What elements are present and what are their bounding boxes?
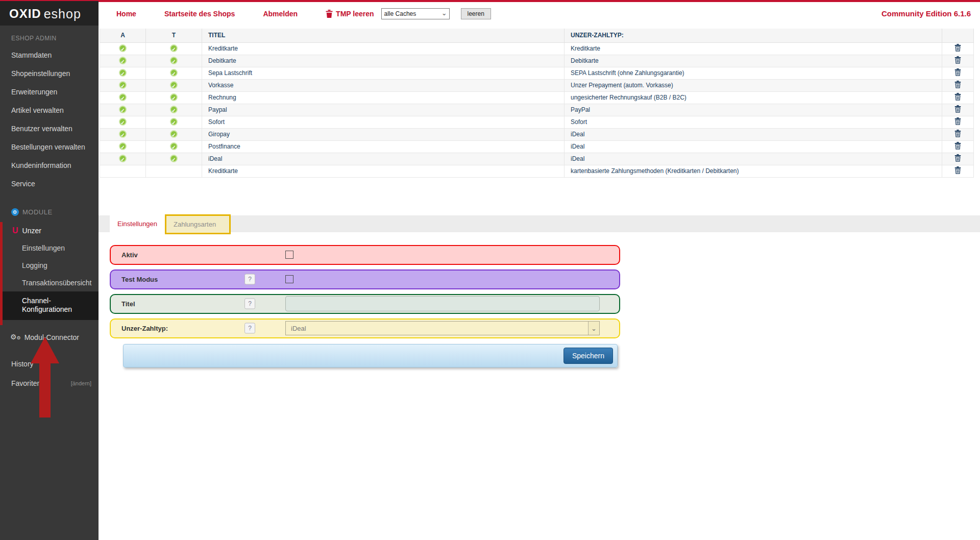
titel-cell[interactable]: Vorkasse (202, 79, 565, 91)
test-check-icon[interactable]: ✓ (170, 44, 178, 52)
delete-row-button[interactable] (954, 166, 961, 174)
active-check-icon[interactable]: ✓ (119, 118, 127, 126)
table-row[interactable]: ✓ ✓ Paypal PayPal (100, 104, 974, 116)
sidebar-item-kundeninformation[interactable]: Kundeninformation (0, 156, 99, 175)
unzer-zahltyp-select[interactable]: iDeal ⌄ (285, 321, 600, 335)
sidebar-item-logging[interactable]: Logging (3, 257, 99, 274)
header-test: T (146, 29, 202, 42)
sidebar-item-artikel-verwalten[interactable]: Artikel verwalten (0, 101, 99, 119)
test-check-icon[interactable]: ✓ (170, 57, 178, 64)
logo-text-oxid: OXID (9, 7, 41, 21)
delete-row-button[interactable] (954, 81, 961, 88)
tab-einstellungen[interactable]: Einstellungen (110, 215, 165, 232)
test-check-icon[interactable]: ✓ (170, 155, 178, 162)
active-check-icon[interactable]: ✓ (119, 142, 127, 150)
sidebar-item-service[interactable]: Service (0, 175, 99, 193)
trash-red-icon (326, 10, 333, 18)
table-row[interactable]: ✓ ✓ Sepa Lastschrift SEPA Lastschrift (o… (100, 67, 974, 79)
sidebar-item-history[interactable]: History (0, 354, 99, 373)
delete-row-button[interactable] (954, 117, 961, 125)
zahltyp-cell: Kreditkarte (565, 42, 942, 55)
test-check-icon[interactable]: ✓ (170, 142, 178, 150)
sidebar-item-favoriten[interactable]: Favoriten [ändern] (0, 373, 99, 392)
delete-row-button[interactable] (954, 68, 961, 76)
test-modus-help-button[interactable]: ? (244, 274, 255, 285)
table-row[interactable]: ✓ ✓ Debitkarte Debitkarte (100, 55, 974, 67)
speichern-button[interactable]: Speichern (564, 348, 613, 364)
table-row[interactable]: ✓ ✓ Rechnung ungesicherter Rechnungskauf… (100, 91, 974, 104)
titel-input[interactable] (285, 296, 600, 311)
active-check-icon[interactable]: ✓ (119, 130, 127, 138)
module-section-label: MODULE (22, 208, 53, 216)
delete-row-button[interactable] (954, 130, 961, 137)
form-row-aktiv: Aktiv (110, 245, 620, 265)
aktiv-checkbox[interactable] (285, 251, 293, 259)
unzer-zahltyp-help-button[interactable]: ? (244, 323, 255, 334)
tmp-leeren-link[interactable]: TMP leeren (336, 10, 374, 18)
titel-help-button[interactable]: ? (244, 299, 255, 309)
favoriten-aendern-link[interactable]: [ändern] (71, 380, 91, 386)
titel-cell[interactable]: Giropay (202, 128, 565, 140)
sidebar-item-channel-konfigurationen[interactable]: Channel- Konfigurationen (3, 291, 99, 320)
table-row[interactable]: ✓ ✓ Sofort Sofort (100, 116, 974, 128)
titel-cell[interactable]: Kreditkarte (202, 42, 565, 55)
titel-cell[interactable]: Sofort (202, 116, 565, 128)
test-cell (146, 165, 202, 177)
titel-cell[interactable]: iDeal (202, 153, 565, 165)
delete-row-button[interactable] (954, 142, 961, 150)
test-check-icon[interactable]: ✓ (170, 69, 178, 77)
table-row[interactable]: ✓ ✓ Kreditkarte Kreditkarte (100, 42, 974, 55)
sidebar-item-bestellungen-verwalten[interactable]: Bestellungen verwalten (0, 138, 99, 156)
test-check-icon[interactable]: ✓ (170, 106, 178, 113)
active-check-icon[interactable]: ✓ (119, 57, 127, 64)
header-unzer-zahltyp[interactable]: UNZER-ZAHLTYP: (565, 29, 942, 42)
table-row[interactable]: ✓ ✓ Vorkasse Unzer Prepayment (autom. Vo… (100, 79, 974, 91)
active-check-icon[interactable]: ✓ (119, 44, 127, 52)
active-cell (100, 165, 146, 177)
tab-zahlungsarten[interactable]: Zahlungsarten (166, 216, 229, 233)
active-check-icon[interactable]: ✓ (119, 93, 127, 101)
modul-connector-label: Modul-Connector (24, 333, 79, 341)
table-row[interactable]: ✓ ✓ Postfinance iDeal (100, 140, 974, 153)
titel-cell[interactable]: Sepa Lastschrift (202, 67, 565, 79)
titel-cell[interactable]: Rechnung (202, 91, 565, 104)
active-check-icon[interactable]: ✓ (119, 69, 127, 77)
header-titel[interactable]: TITEL (202, 29, 565, 42)
titel-cell[interactable]: Debitkarte (202, 55, 565, 67)
leeren-button[interactable]: leeren (461, 8, 491, 19)
test-check-icon[interactable]: ✓ (170, 118, 178, 126)
sidebar-item-erweiterungen[interactable]: Erweiterungen (0, 83, 99, 101)
sidebar-item-einstellungen[interactable]: Einstellungen (3, 239, 99, 257)
table-row[interactable]: ✓ ✓ Giropay iDeal (100, 128, 974, 140)
shop-frontend-link[interactable]: Startseite des Shops (164, 10, 235, 18)
active-item-line2: Konfigurationen (22, 305, 72, 313)
delete-row-button[interactable] (954, 44, 961, 52)
delete-row-button[interactable] (954, 56, 961, 64)
sidebar-item-shopeinstellungen[interactable]: Shopeinstellungen (0, 64, 99, 83)
home-link[interactable]: Home (116, 10, 136, 18)
sidebar-item-stammdaten[interactable]: Stammdaten (0, 46, 99, 64)
active-check-icon[interactable]: ✓ (119, 81, 127, 89)
save-bar: Speichern (123, 344, 618, 367)
active-cell: ✓ (100, 140, 146, 153)
logout-link[interactable]: Abmelden (263, 10, 298, 18)
sidebar-item-unzer[interactable]: U Unzer (3, 222, 99, 239)
table-row[interactable]: ✓ ✓ iDeal iDeal (100, 153, 974, 165)
active-check-icon[interactable]: ✓ (119, 106, 127, 113)
titel-cell[interactable]: Postfinance (202, 140, 565, 153)
test-check-icon[interactable]: ✓ (170, 93, 178, 101)
active-check-icon[interactable]: ✓ (119, 155, 127, 162)
table-row[interactable]: Kreditkarte kartenbasierte Zahlungsmetho… (100, 165, 974, 177)
test-modus-checkbox[interactable] (285, 275, 293, 283)
sidebar-item-transaktions-bersicht[interactable]: Transaktionsübersicht (3, 274, 99, 291)
titel-cell[interactable]: Paypal (202, 104, 565, 116)
test-check-icon[interactable]: ✓ (170, 81, 178, 89)
delete-row-button[interactable] (954, 105, 961, 113)
titel-cell[interactable]: Kreditkarte (202, 165, 565, 177)
test-check-icon[interactable]: ✓ (170, 130, 178, 138)
cache-select[interactable]: alle Caches ⌄ (381, 8, 450, 19)
sidebar-item-benutzer-verwalten[interactable]: Benutzer verwalten (0, 119, 99, 138)
sidebar-item-modul-connector[interactable]: ⚙⚙ Modul-Connector (0, 325, 99, 347)
delete-row-button[interactable] (954, 154, 961, 162)
delete-row-button[interactable] (954, 93, 961, 101)
